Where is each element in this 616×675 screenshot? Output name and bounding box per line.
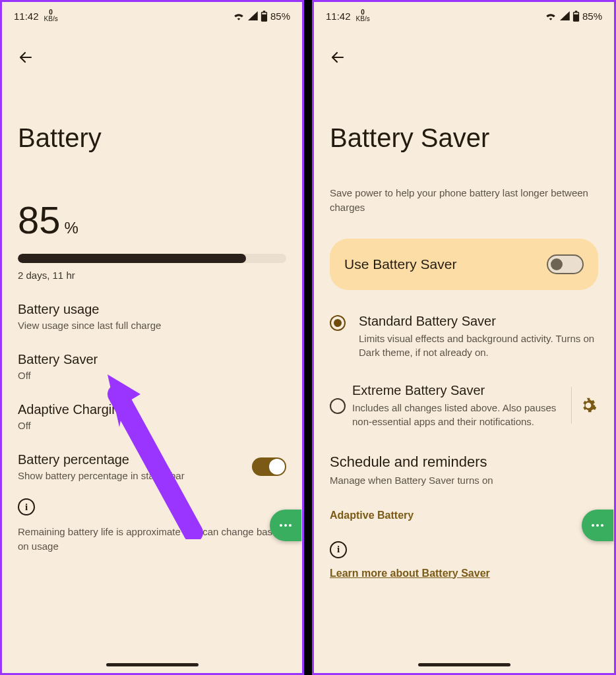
extreme-settings-button[interactable] xyxy=(578,397,598,414)
fab-more[interactable] xyxy=(270,510,301,541)
page-title: Battery Saver xyxy=(330,123,598,153)
item-battery-usage[interactable]: Battery usage View usage since last full… xyxy=(18,302,286,331)
schedule-sub: Manage when Battery Saver turns on xyxy=(330,475,598,486)
status-bar: 11:42 0 KB/s 85% xyxy=(2,2,302,24)
battery-percentage-toggle[interactable] xyxy=(252,457,286,476)
arrow-left-icon xyxy=(18,49,34,65)
status-battery-pct: 85% xyxy=(582,11,602,22)
info-section: i xyxy=(330,541,598,558)
card-title: Use Battery Saver xyxy=(344,256,456,272)
status-battery-pct: 85% xyxy=(270,11,290,22)
wifi-icon xyxy=(545,11,557,20)
svg-rect-4 xyxy=(575,11,578,13)
mode-extreme[interactable]: Extreme Battery Saver Includes all chang… xyxy=(330,383,598,428)
signal-icon xyxy=(559,11,570,20)
wifi-icon xyxy=(233,11,245,20)
status-icons: 85% xyxy=(233,11,290,22)
item-battery-percentage[interactable]: Battery percentage Show battery percenta… xyxy=(18,452,286,481)
nav-pill[interactable] xyxy=(106,663,199,666)
back-button[interactable] xyxy=(324,44,351,71)
item-adaptive-charging[interactable]: Adaptive Charging Off xyxy=(18,402,286,431)
svg-rect-1 xyxy=(263,11,266,13)
more-icon xyxy=(592,524,603,527)
use-battery-saver-toggle[interactable] xyxy=(547,254,584,274)
radio-unselected-icon xyxy=(330,398,346,414)
page-title: Battery xyxy=(18,123,286,153)
status-data-rate: 0 KB/s xyxy=(356,9,370,22)
battery-estimate: 2 days, 11 hr xyxy=(18,270,286,281)
svg-rect-2 xyxy=(262,13,266,14)
status-icons: 85% xyxy=(545,11,602,22)
fab-more[interactable] xyxy=(582,510,613,541)
schedule-title[interactable]: Schedule and reminders xyxy=(330,454,598,471)
battery-icon xyxy=(261,11,268,22)
battery-bar xyxy=(18,254,286,263)
svg-rect-5 xyxy=(574,13,578,14)
battery-percentage-display: 85 % xyxy=(18,198,286,242)
phone-right: 11:42 0 KB/s 85% Battery Saver Save powe… xyxy=(312,0,616,675)
status-data-rate: 0 KB/s xyxy=(44,9,58,22)
status-bar: 11:42 0 KB/s 85% xyxy=(314,2,614,24)
arrow-left-icon xyxy=(330,49,346,65)
info-icon: i xyxy=(330,541,347,558)
adaptive-battery-link[interactable]: Adaptive Battery xyxy=(330,510,598,521)
signal-icon xyxy=(247,11,258,20)
battery-icon xyxy=(572,11,580,22)
status-time: 11:42 xyxy=(326,11,351,22)
phone-left: 11:42 0 KB/s 85% Battery 85 % 2 days, 11… xyxy=(0,0,304,675)
separator xyxy=(571,387,572,424)
battery-bar-fill xyxy=(18,254,246,263)
more-icon xyxy=(280,524,292,527)
back-button[interactable] xyxy=(13,44,39,71)
use-battery-saver-card[interactable]: Use Battery Saver xyxy=(330,239,598,290)
mode-standard[interactable]: Standard Battery Saver Limits visual eff… xyxy=(330,314,598,359)
item-battery-saver[interactable]: Battery Saver Off xyxy=(18,352,286,381)
gear-icon xyxy=(580,397,597,414)
info-icon: i xyxy=(18,498,35,515)
nav-pill[interactable] xyxy=(418,663,510,666)
radio-selected-icon xyxy=(330,315,346,331)
status-time: 11:42 xyxy=(14,11,39,22)
page-subtitle: Save power to help your phone battery la… xyxy=(330,186,598,215)
learn-more-link[interactable]: Learn more about Battery Saver xyxy=(330,568,490,579)
info-section: i Remaining battery life is approximate … xyxy=(18,498,286,554)
